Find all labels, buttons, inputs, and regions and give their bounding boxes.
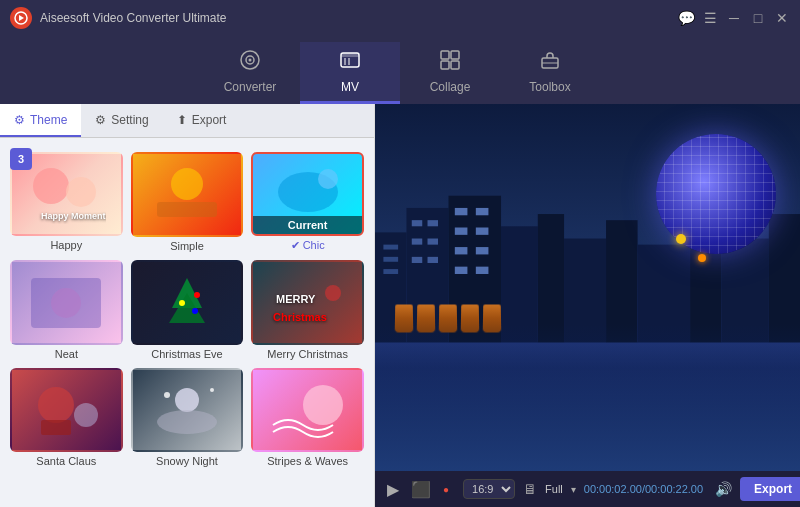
- chat-icon[interactable]: 💬: [678, 10, 694, 26]
- theme-item-santa-claus[interactable]: Santa Claus: [10, 368, 123, 468]
- mv-icon: [339, 49, 361, 76]
- theme-thumb-chic: Current: [251, 152, 364, 236]
- converter-icon: [239, 49, 261, 76]
- theme-grid-wrapper: 3 Happy Moments Happy: [0, 138, 374, 507]
- tab-converter-label: Converter: [224, 80, 277, 94]
- svg-point-28: [192, 308, 198, 314]
- preview-area: [375, 104, 800, 471]
- setting-gear-icon: ⚙: [95, 113, 106, 127]
- theme-inner-simple: [133, 154, 242, 235]
- svg-rect-49: [412, 257, 423, 263]
- globe-decoration: [656, 134, 776, 254]
- theme-item-merry-christmas[interactable]: MERRY Christmas Merry Christmas: [251, 260, 364, 360]
- current-badge: Current: [253, 216, 362, 234]
- export-button[interactable]: Export: [740, 477, 800, 501]
- collage-icon: [439, 49, 461, 76]
- svg-rect-54: [455, 228, 468, 235]
- svg-rect-45: [412, 220, 423, 226]
- svg-point-38: [210, 388, 214, 392]
- window-controls: 💬 ☰ ─ □ ✕: [678, 10, 790, 26]
- svg-text:Christmas: Christmas: [273, 311, 327, 323]
- theme-item-chic[interactable]: Current ✔ Chic: [251, 152, 364, 252]
- svg-rect-19: [157, 202, 217, 217]
- svg-point-27: [179, 300, 185, 306]
- monitor-button[interactable]: 🖥: [523, 481, 537, 497]
- play-button[interactable]: ▶: [385, 478, 401, 501]
- svg-rect-47: [412, 239, 423, 245]
- theme-item-snowy-night[interactable]: Snowy Night: [131, 368, 244, 468]
- theme-label-santa-claus: Santa Claus: [36, 455, 96, 467]
- theme-thumb-simple: [131, 152, 244, 237]
- menu-icon[interactable]: ☰: [702, 10, 718, 26]
- volume-icon[interactable]: 🔊: [715, 481, 732, 497]
- subtab-theme[interactable]: ⚙ Theme: [0, 104, 81, 137]
- subtab-setting[interactable]: ⚙ Setting: [81, 104, 162, 137]
- svg-rect-55: [476, 228, 489, 235]
- theme-label-simple: Simple: [170, 240, 204, 252]
- right-panel: ▶ ⬛ ● 16:9 16:9 🖥 Full ▾ 00:00:02.00/00:…: [375, 104, 800, 507]
- theme-grid: Happy Moments Happy: [10, 152, 364, 467]
- main-content: ⚙ Theme ⚙ Setting ⬆ Export 3: [0, 104, 800, 507]
- svg-point-36: [157, 410, 217, 434]
- svg-point-18: [171, 168, 203, 200]
- theme-item-simple[interactable]: Simple: [131, 152, 244, 252]
- theme-thumb-santa-claus: [10, 368, 123, 452]
- svg-rect-43: [383, 269, 398, 274]
- tab-mv[interactable]: MV: [300, 42, 400, 104]
- theme-inner-santa-claus: [12, 370, 121, 450]
- sub-tabs: ⚙ Theme ⚙ Setting ⬆ Export: [0, 104, 374, 138]
- full-dropdown-arrow[interactable]: ▾: [571, 484, 576, 495]
- boats: [395, 304, 501, 332]
- theme-gear-icon: ⚙: [14, 113, 25, 127]
- theme-thumb-snowy-night: [131, 368, 244, 453]
- svg-point-31: [325, 285, 341, 301]
- theme-inner-stripes-waves: [253, 370, 362, 450]
- stop-button[interactable]: ⬛: [409, 478, 433, 501]
- tab-mv-label: MV: [341, 80, 359, 94]
- svg-rect-46: [428, 220, 439, 226]
- time-display: 00:00:02.00/00:00:22.00: [584, 483, 703, 495]
- theme-label-chic: ✔ Chic: [291, 239, 325, 252]
- svg-rect-12: [451, 61, 459, 69]
- theme-inner-merry-christmas: MERRY Christmas: [253, 262, 362, 342]
- boat-4: [461, 304, 480, 332]
- svg-point-39: [303, 385, 343, 425]
- minimize-button[interactable]: ─: [726, 10, 742, 26]
- left-panel: ⚙ Theme ⚙ Setting ⬆ Export 3: [0, 104, 375, 507]
- svg-rect-56: [455, 247, 468, 254]
- theme-item-christmas-eve[interactable]: Christmas Eve: [131, 260, 244, 360]
- close-button[interactable]: ✕: [774, 10, 790, 26]
- tab-toolbox[interactable]: Toolbox: [500, 42, 600, 104]
- svg-point-4: [249, 59, 252, 62]
- boat-5: [483, 304, 502, 332]
- app-title: Aiseesoft Video Converter Ultimate: [40, 11, 678, 25]
- subtab-export[interactable]: ⬆ Export: [163, 104, 241, 137]
- theme-item-stripes-waves[interactable]: Stripes & Waves: [251, 368, 364, 468]
- svg-rect-41: [383, 245, 398, 250]
- theme-label-stripes-waves: Stripes & Waves: [267, 455, 348, 467]
- full-label: Full: [545, 483, 563, 495]
- svg-point-26: [194, 292, 200, 298]
- theme-label-christmas-eve: Christmas Eve: [151, 348, 223, 360]
- svg-point-16: [66, 177, 96, 207]
- tab-toolbox-label: Toolbox: [529, 80, 570, 94]
- svg-text:MERRY: MERRY: [276, 293, 316, 305]
- subtab-export-label: Export: [192, 113, 227, 127]
- page-badge: 3: [10, 148, 32, 170]
- player-controls: ▶ ⬛ ● 16:9 16:9 🖥 Full ▾ 00:00:02.00/00:…: [375, 471, 800, 507]
- nav-tabs: Converter MV Collage: [0, 36, 800, 104]
- svg-rect-53: [476, 208, 489, 215]
- theme-label-snowy-night: Snowy Night: [156, 455, 218, 467]
- aspect-ratio-select[interactable]: 16:9: [463, 479, 515, 499]
- svg-point-35: [175, 388, 199, 412]
- maximize-button[interactable]: □: [750, 10, 766, 26]
- theme-inner-snowy-night: [133, 370, 242, 451]
- svg-rect-33: [41, 420, 71, 435]
- theme-inner-christmas-eve: [133, 262, 242, 343]
- theme-item-neat[interactable]: Neat: [10, 260, 123, 360]
- svg-point-21: [318, 169, 338, 189]
- record-button[interactable]: ●: [441, 482, 451, 497]
- theme-label-happy: Happy: [50, 239, 82, 251]
- tab-collage[interactable]: Collage: [400, 42, 500, 104]
- tab-converter[interactable]: Converter: [200, 42, 300, 104]
